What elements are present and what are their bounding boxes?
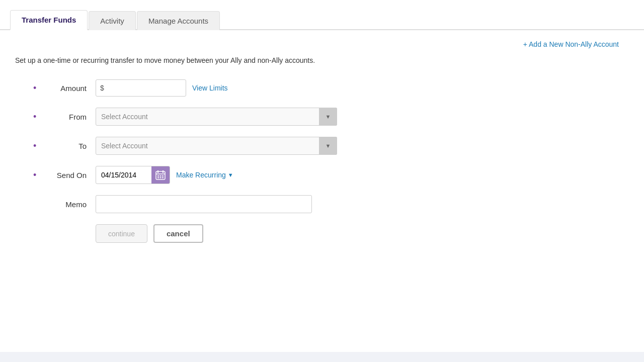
make-recurring-link[interactable]: Make Recurring ▼: [176, 171, 233, 179]
to-select-wrapper: Select Account: [96, 137, 337, 155]
amount-label: • Amount: [35, 84, 96, 93]
calendar-button[interactable]: [151, 166, 170, 184]
memo-label: Memo: [35, 200, 96, 209]
from-label: • From: [35, 113, 96, 121]
amount-group: $ View Limits: [96, 79, 228, 97]
tabs-bar: Transfer Funds Activity Manage Accounts: [0, 0, 644, 30]
date-input-wrap: [96, 166, 170, 184]
tab-manage-accounts[interactable]: Manage Accounts: [137, 11, 220, 30]
add-account-link[interactable]: + Add a New Non-Ally Account: [523, 40, 619, 48]
svg-rect-9: [162, 177, 164, 178]
cancel-button[interactable]: cancel: [153, 224, 203, 243]
description-text: Set up a one-time or recurring transfer …: [15, 56, 629, 64]
form-section: • Amount $ View Limits • From: [35, 79, 387, 243]
recurring-dropdown-arrow-icon: ▼: [228, 172, 233, 178]
send-on-row: • Send On: [35, 166, 387, 184]
svg-rect-6: [162, 175, 164, 176]
required-dot-from: •: [33, 112, 36, 122]
send-on-label: • Send On: [35, 171, 96, 179]
page-wrapper: Transfer Funds Activity Manage Accounts …: [0, 0, 644, 362]
top-action-row: + Add a New Non-Ally Account: [15, 40, 629, 48]
required-dot-to: •: [33, 141, 36, 151]
svg-rect-5: [160, 175, 162, 176]
svg-rect-8: [160, 177, 162, 178]
from-select[interactable]: Select Account: [96, 108, 337, 126]
svg-rect-4: [157, 175, 159, 176]
memo-row: Memo: [35, 195, 387, 213]
tab-activity[interactable]: Activity: [89, 11, 136, 30]
to-label: • To: [35, 142, 96, 150]
to-row: • To Select Account: [35, 137, 387, 155]
tab-transfer-funds[interactable]: Transfer Funds: [10, 10, 88, 30]
from-row: • From Select Account: [35, 108, 387, 126]
date-input[interactable]: [96, 166, 151, 184]
buttons-row: continue cancel: [96, 224, 387, 243]
continue-button[interactable]: continue: [96, 224, 147, 243]
amount-input-wrap: $: [96, 79, 186, 97]
view-limits-link[interactable]: View Limits: [192, 84, 228, 92]
required-dot-amount: •: [33, 83, 36, 94]
svg-rect-7: [157, 177, 159, 178]
memo-input[interactable]: [96, 195, 312, 213]
required-dot-send-on: •: [33, 170, 36, 180]
to-select[interactable]: Select Account: [96, 137, 337, 155]
amount-row: • Amount $ View Limits: [35, 79, 387, 97]
from-select-wrapper: Select Account: [96, 108, 337, 126]
amount-input[interactable]: [106, 84, 177, 92]
content-area: + Add a New Non-Ally Account Set up a on…: [0, 30, 644, 352]
dollar-sign: $: [100, 84, 104, 92]
calendar-icon: [155, 170, 166, 180]
send-on-group: Make Recurring ▼: [96, 166, 233, 184]
